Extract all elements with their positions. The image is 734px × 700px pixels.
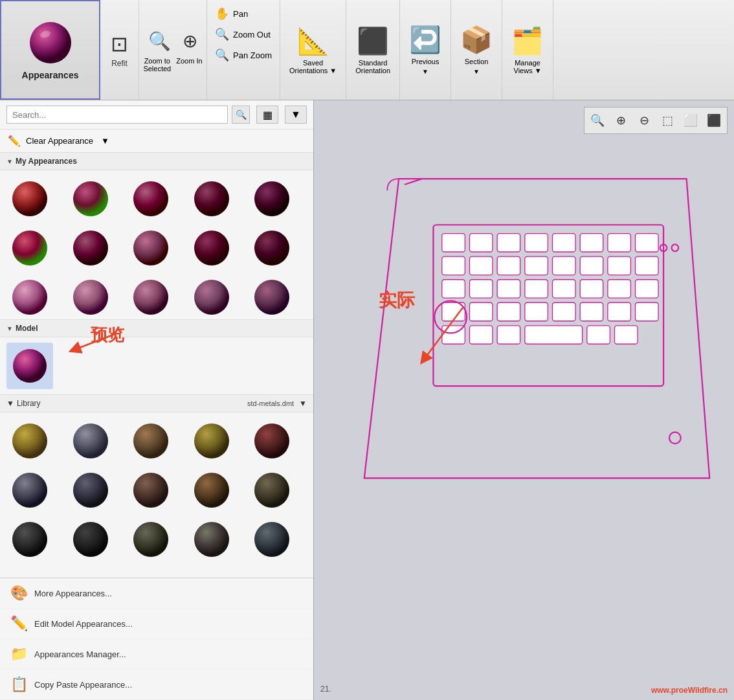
zoom-to-selected-icon: 🔍: [148, 30, 171, 52]
list-item[interactable]: [188, 175, 235, 222]
manage-views-icon: 🗂️: [511, 26, 544, 56]
view-cube-button[interactable]: ⬛: [703, 109, 725, 131]
list-item[interactable]: [188, 274, 235, 319]
list-item[interactable]: [128, 225, 174, 271]
my-appearances-header[interactable]: ▼ My Appearances: [0, 153, 313, 170]
view-zoom-button[interactable]: 🔍: [586, 109, 608, 131]
list-item[interactable]: [188, 225, 235, 271]
list-item[interactable]: [67, 274, 114, 319]
list-item[interactable]: [6, 175, 53, 222]
copy-paste-icon: 📋: [10, 676, 28, 693]
my-appearances-grid: [0, 170, 313, 319]
list-item[interactable]: [6, 418, 53, 464]
search-button[interactable]: 🔍: [232, 106, 250, 124]
svg-point-6: [254, 181, 289, 216]
view-sphere-button[interactable]: ⬜: [680, 109, 702, 131]
svg-point-15: [194, 280, 229, 315]
svg-point-16: [254, 280, 289, 315]
list-item[interactable]: [188, 467, 235, 514]
view-zoom-in-button[interactable]: ⊕: [610, 109, 632, 131]
list-item[interactable]: [6, 516, 53, 563]
svg-point-75: [672, 244, 679, 251]
zoom-in-icon-btn[interactable]: ⊕: [177, 28, 203, 54]
standard-orientation-button[interactable]: ⬛ Standard Orientation: [346, 0, 400, 100]
list-item[interactable]: [67, 467, 114, 514]
svg-point-2: [12, 181, 47, 216]
svg-point-21: [194, 423, 229, 458]
grid-dropdown-button[interactable]: ▼: [285, 106, 307, 124]
page-number: 21.: [320, 684, 331, 694]
appearances-button[interactable]: Appearances: [0, 0, 100, 100]
svg-point-10: [194, 231, 229, 265]
svg-point-13: [73, 280, 108, 315]
section-icon: 📦: [460, 25, 493, 55]
svg-point-0: [30, 22, 71, 63]
svg-rect-52: [497, 280, 520, 298]
zoom-to-selected-label: Zoom to Selected: [143, 57, 171, 73]
section-button[interactable]: 📦 Section ▼: [451, 0, 502, 100]
pan-zoom-label: Pan Zoom: [233, 51, 272, 60]
clear-appearance-button[interactable]: ✏️ Clear Appearance ▼: [0, 130, 313, 153]
library-triangle: ▼: [6, 399, 14, 408]
list-item[interactable]: [188, 418, 235, 464]
svg-rect-42: [442, 256, 465, 275]
svg-point-30: [133, 522, 168, 557]
pan-label: Pan: [233, 9, 248, 19]
svg-rect-39: [580, 234, 603, 252]
list-item[interactable]: [128, 175, 174, 222]
list-item[interactable]: [67, 175, 114, 222]
list-item[interactable]: [67, 418, 114, 464]
grid-toggle-button[interactable]: ▦: [256, 106, 278, 124]
list-item[interactable]: [249, 516, 295, 563]
zoom-to-selected-icon-btn[interactable]: 🔍: [143, 28, 176, 54]
3d-view-area[interactable]: 🔍 ⊕ ⊖ ⬚ ⬜ ⬛ .laptop-body { fill: none; s…: [314, 100, 734, 700]
clear-appearance-arrow: ▼: [101, 136, 109, 146]
svg-rect-69: [525, 326, 583, 344]
list-item[interactable]: [6, 467, 53, 514]
view-frame-button[interactable]: ⬚: [656, 109, 678, 131]
list-item[interactable]: [128, 467, 174, 514]
list-item[interactable]: [188, 516, 235, 563]
list-item[interactable]: [67, 516, 114, 563]
list-item[interactable]: [6, 225, 53, 271]
list-item[interactable]: [249, 175, 295, 222]
view-zoom-out-button[interactable]: ⊖: [633, 109, 655, 131]
svg-rect-35: [469, 234, 493, 252]
library-section: ▼ Library std-metals.dmt ▼: [0, 394, 313, 568]
library-dropdown-arrow[interactable]: ▼: [299, 399, 307, 408]
edit-model-appearances-button[interactable]: ✏️ Edit Model Appearances...: [0, 609, 313, 639]
search-input[interactable]: [6, 106, 228, 124]
svg-rect-64: [608, 302, 631, 321]
refit-button[interactable]: ⊡ Refit: [100, 0, 139, 100]
more-appearances-icon: 🎨: [10, 585, 28, 602]
list-item[interactable]: [249, 274, 295, 319]
zoom-to-selected-group[interactable]: 🔍 ⊕ Zoom to Selected Zoom In: [139, 0, 207, 100]
svg-point-29: [73, 522, 108, 557]
saved-orientations-button[interactable]: 📐 SavedOrientations ▼: [280, 0, 346, 100]
svg-point-73: [669, 432, 681, 444]
pan-zoom-item[interactable]: 🔍 Pan Zoom: [212, 47, 274, 63]
list-item[interactable]: [249, 225, 295, 271]
copy-paste-appearance-button[interactable]: 📋 Copy Paste Appearance...: [0, 670, 313, 700]
list-item[interactable]: [128, 274, 174, 319]
list-item[interactable]: [249, 467, 295, 514]
list-item[interactable]: [249, 418, 295, 464]
list-item[interactable]: [128, 516, 174, 563]
library-header[interactable]: ▼ Library std-metals.dmt ▼: [0, 395, 313, 412]
previous-button[interactable]: ↩️ Previous ▼: [400, 0, 451, 100]
appearances-manager-button[interactable]: 📁 Appearances Manager...: [0, 639, 313, 670]
zoom-out-item[interactable]: 🔍 Zoom Out: [212, 26, 274, 43]
svg-rect-61: [525, 302, 548, 321]
svg-rect-44: [497, 256, 520, 275]
my-appearances-triangle: ▼: [6, 158, 13, 165]
toolbar: Appearances ⊡ Refit 🔍 ⊕ Zoom to Selected…: [0, 0, 734, 100]
list-item[interactable]: [67, 225, 114, 271]
svg-point-9: [133, 231, 168, 265]
list-item[interactable]: [128, 418, 174, 464]
list-item[interactable]: [6, 274, 53, 319]
svg-point-27: [254, 473, 289, 508]
more-appearances-button[interactable]: 🎨 More Appearances...: [0, 578, 313, 609]
manage-views-button[interactable]: 🗂️ ManageViews ▼: [502, 0, 553, 100]
section-arrow: ▼: [473, 68, 480, 75]
pan-item[interactable]: ✋ Pan: [212, 5, 274, 22]
